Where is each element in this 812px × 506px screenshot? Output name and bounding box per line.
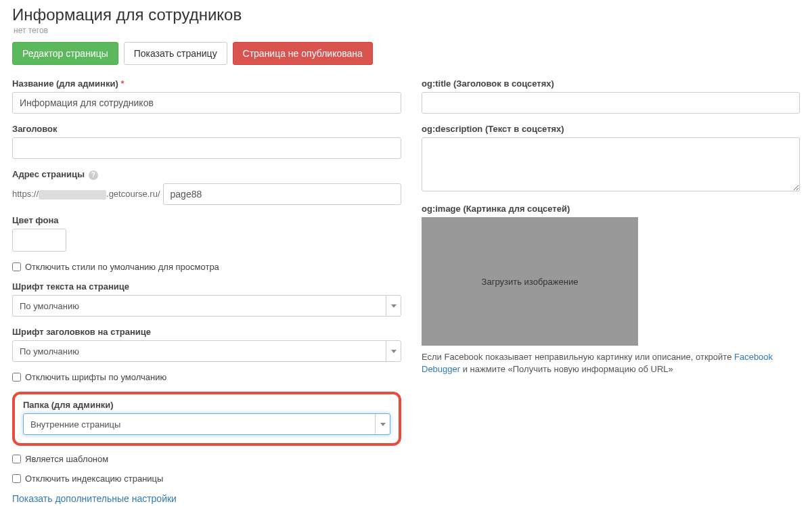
bgcolor-label: Цвет фона xyxy=(12,215,401,225)
required-marker: * xyxy=(120,78,124,89)
og-hint-text: Если Facebook показывает неправильную ка… xyxy=(422,351,800,375)
folder-label: Папка (для админки) xyxy=(23,400,390,410)
action-buttons-row: Редактор страницы Показать страницу Стра… xyxy=(12,42,800,65)
url-prefix: https://.getcourse.ru/ xyxy=(12,189,160,200)
help-icon[interactable]: ? xyxy=(89,170,98,180)
heading-font-select[interactable]: По умолчанию xyxy=(12,340,401,362)
page-title: Информация для сотрудников xyxy=(12,5,800,24)
show-page-button[interactable]: Показать страницу xyxy=(124,42,227,65)
text-font-select[interactable]: По умолчанию xyxy=(12,295,401,317)
og-title-label: og:title (Заголовок в соцсетях) xyxy=(422,78,800,89)
heading-font-label: Шрифт заголовков на странице xyxy=(12,327,401,337)
name-label: Название (для админки) * xyxy=(12,78,401,89)
folder-value: Внутренние страницы xyxy=(24,419,375,430)
disable-index-label: Отключить индексацию страницы xyxy=(25,474,163,484)
disable-styles-checkbox[interactable] xyxy=(12,262,21,271)
name-input[interactable] xyxy=(12,92,401,114)
heading-font-value: По умолчанию xyxy=(13,346,386,356)
chevron-down-icon xyxy=(375,414,390,434)
is-template-checkbox[interactable] xyxy=(12,455,21,463)
og-image-upload-text: Загрузить изображение xyxy=(482,277,579,287)
address-label: Адрес страницы ? xyxy=(12,169,401,180)
text-font-label: Шрифт текста на странице xyxy=(12,281,401,292)
disable-styles-label: Отключить стили по умолчанию для просмот… xyxy=(25,262,219,272)
text-font-value: По умолчанию xyxy=(13,301,386,311)
folder-highlight-box: Папка (для админки) Внутренние страницы xyxy=(12,392,401,446)
page-editor-button[interactable]: Редактор страницы xyxy=(12,42,118,65)
heading-label: Заголовок xyxy=(12,124,401,134)
disable-fonts-label: Отключить шрифты по умолчанию xyxy=(25,372,166,382)
disable-index-checkbox[interactable] xyxy=(12,474,21,483)
og-description-label: og:description (Текст в соцсетях) xyxy=(422,124,800,134)
folder-select[interactable]: Внутренние страницы xyxy=(23,413,390,435)
is-template-label: Является шаблоном xyxy=(25,454,108,464)
chevron-down-icon xyxy=(386,296,401,316)
og-description-textarea[interactable] xyxy=(422,137,800,191)
page-unpublished-button[interactable]: Страница не опубликована xyxy=(233,42,373,65)
chevron-down-icon xyxy=(386,341,401,361)
slug-input[interactable] xyxy=(163,183,401,205)
show-more-settings-link[interactable]: Показать дополнительные настройки xyxy=(12,493,177,504)
no-tags-label: нет тегов xyxy=(14,26,800,35)
heading-input[interactable] xyxy=(12,137,401,159)
og-image-label: og:image (Картинка для соцсетей) xyxy=(422,204,800,214)
disable-fonts-checkbox[interactable] xyxy=(12,373,21,382)
bgcolor-input[interactable] xyxy=(12,229,66,252)
og-title-input[interactable] xyxy=(422,92,800,114)
og-image-upload-box[interactable]: Загрузить изображение xyxy=(422,217,638,346)
